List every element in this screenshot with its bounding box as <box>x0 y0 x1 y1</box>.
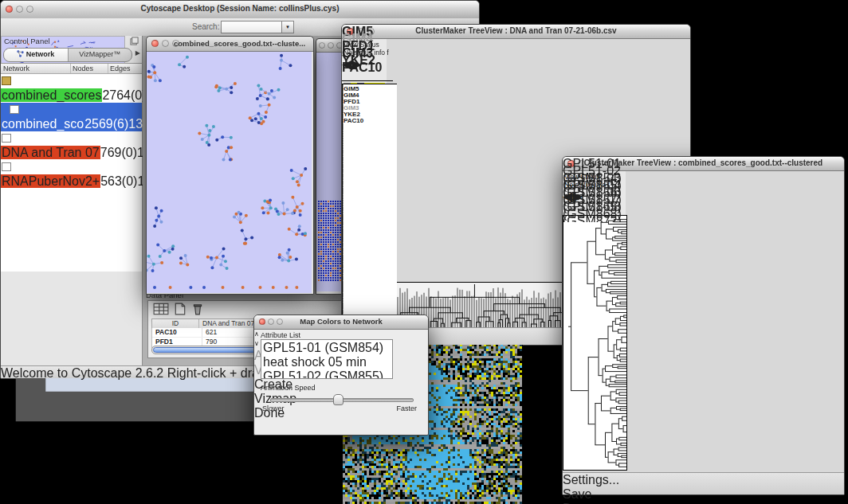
status-welcome: Welcome to Cytoscape 2.6.2 <box>1 366 163 380</box>
file-icon <box>10 105 19 114</box>
network-nodes-cell: 563(0) <box>100 174 137 188</box>
float-panel-icon[interactable] <box>130 37 139 45</box>
save-data-button[interactable]: Save Data... <box>563 487 614 504</box>
tab-network-label: Network <box>26 50 55 58</box>
tv2-column-label: GPL51-06 (GSM865) <box>563 186 622 193</box>
network-canvas-2[interactable] <box>316 53 342 291</box>
main-window-title: Cytoscape Desktop (Session Name: collins… <box>1 4 479 13</box>
col-edges[interactable]: Edges <box>108 64 142 73</box>
network-list-row[interactable]: combined_sco2569(6)13112(15) <box>1 103 142 131</box>
control-panel-title: Control Panel <box>4 37 50 45</box>
tv1-column-labels: GIM5GIM4PFD1GIM3YKE2PAC10 <box>342 25 393 81</box>
tv1-column-label: PAC10 <box>342 61 393 68</box>
desktop: Cytoscape Desktop (Session Name: collins… <box>0 0 848 504</box>
tv2-column-labels: GPL51-01 (GSM854)GPL51-02 (GSM855)GPL51-… <box>563 157 622 222</box>
tv2-button-bar: Settings... Save Data... Export Graphics… <box>563 472 844 494</box>
dialog-title: Map Colors to Network <box>254 317 428 326</box>
network-view-window-2 <box>316 38 344 295</box>
tv2-column-label: GPL51-08 (GSM872) <box>563 200 622 207</box>
network-name-label: combined_sco <box>1 117 84 131</box>
tab-network[interactable]: Network <box>4 49 69 61</box>
tv2-column-label: GPL51-03 (GSM856) <box>563 171 622 178</box>
slower-label: Slower <box>262 404 285 412</box>
treeview1-title: ClusterMaker TreeView : DNA and Tran 07-… <box>342 26 690 35</box>
network-nodes-cell: 2569(6) <box>84 117 128 131</box>
network-name-cell: RNAPuberNov2+ <box>1 160 100 188</box>
map-colors-dialog: Map Colors to Network Attribute List GPL… <box>253 315 429 436</box>
tv2-column-label: GPL51-01 (GSM854) <box>563 157 622 164</box>
panel-tab-bar: Network VizMapper™ <box>3 48 132 62</box>
attribute-list-item[interactable]: GPL51-01 (GSM854) heat shock 05 min <box>263 341 391 369</box>
network-name-label: RNAPuberNov2+ <box>1 174 100 188</box>
attribute-list-item[interactable]: GPL51-02 (GSM855) heat shock 10 min <box>263 369 391 379</box>
attribute-table-icon[interactable] <box>153 303 169 315</box>
attribute-list[interactable]: GPL51-01 (GSM854) heat shock 05 minGPL51… <box>261 339 393 379</box>
control-panel: Control Panel Network VizMapper™ ▶ Netwo… <box>1 36 143 366</box>
tv2-column-label: GPL51-04 (GSM857) <box>563 178 622 186</box>
tv2-gene-dendrogram[interactable] <box>563 215 627 471</box>
search-input[interactable] <box>221 21 283 33</box>
network-nodes-cell: 2764(0) <box>102 88 146 102</box>
network-list: Network Nodes Edges combined_scores2764(… <box>1 63 142 272</box>
tv1-column-label: GIM3 <box>342 46 393 53</box>
network-name-label: combined_scores <box>1 88 102 102</box>
tab-vizmapper[interactable]: VizMapper™ <box>69 49 132 61</box>
dp-col-id[interactable]: ID <box>152 319 199 328</box>
close-button[interactable] <box>151 40 159 47</box>
tv1-column-label: GIM5 <box>342 25 393 32</box>
col-nodes[interactable]: Nodes <box>71 64 108 73</box>
new-attribute-icon[interactable] <box>174 303 186 315</box>
speed-slider-thumb[interactable] <box>333 394 344 405</box>
faster-label: Faster <box>396 404 417 412</box>
attribute-list-label: Attribute List <box>261 331 300 339</box>
tv1-column-label: PFD1 <box>342 39 393 46</box>
minimize-button[interactable] <box>162 40 169 47</box>
network-list-row[interactable]: combined_scores2764(0)16218(0) <box>1 74 142 103</box>
tv2-column-label: GPL51-07 (GSM868) <box>563 193 622 200</box>
network-list-row[interactable]: RNAPuberNov2+563(0)107847(0) <box>1 160 142 189</box>
main-titlebar[interactable]: Cytoscape Desktop (Session Name: collins… <box>1 1 479 19</box>
tv2-column-label: GPL51-02 (GSM855) <box>563 164 622 171</box>
minimize-button[interactable] <box>328 42 334 49</box>
network-name-cell: DNA and Tran 07 <box>1 131 100 159</box>
file-icon <box>2 162 11 171</box>
network-view-window: combined_scores_good.txt--cluste... <box>146 36 314 295</box>
search-dropdown-button[interactable]: ▼ <box>281 21 294 33</box>
animation-speed-label: Animation Speed <box>261 384 316 392</box>
dp-id-cell: PAC10 <box>152 328 202 337</box>
network-list-row[interactable]: DNA and Tran 07769(0)183728(0) <box>1 131 142 160</box>
network-canvas[interactable] <box>147 52 312 293</box>
folder-icon <box>2 76 11 85</box>
network-nodes-cell: 769(0) <box>100 146 137 159</box>
tv1-column-label: YKE2 <box>342 53 393 61</box>
settings-button[interactable]: Settings... <box>563 473 609 487</box>
col-network[interactable]: Network <box>1 64 71 73</box>
tab-overflow-arrow[interactable]: ▶ <box>135 49 140 57</box>
tab-vizmapper-label: VizMapper™ <box>79 50 120 58</box>
network-window-title: combined_scores_good.txt--cluste... <box>174 39 310 48</box>
network-name-cell: combined_scores <box>1 74 102 102</box>
close-button[interactable] <box>319 42 325 49</box>
network-tab-icon <box>17 50 24 57</box>
network-name-label: DNA and Tran 07 <box>1 146 100 159</box>
tv1-row-label: PAC10 <box>344 118 397 124</box>
file-icon <box>2 134 11 143</box>
treeview2-window: ClusterMaker TreeView : combined_scores_… <box>562 156 845 495</box>
delete-attribute-icon[interactable] <box>191 303 204 315</box>
search-label: Search: <box>192 22 219 31</box>
network-name-cell: combined_sco <box>1 103 84 131</box>
tv1-column-label: GIM4 <box>342 32 393 39</box>
tv1-row-labels: GIM5GIM4PFD1GIM3YKE2PAC10 <box>344 84 397 315</box>
